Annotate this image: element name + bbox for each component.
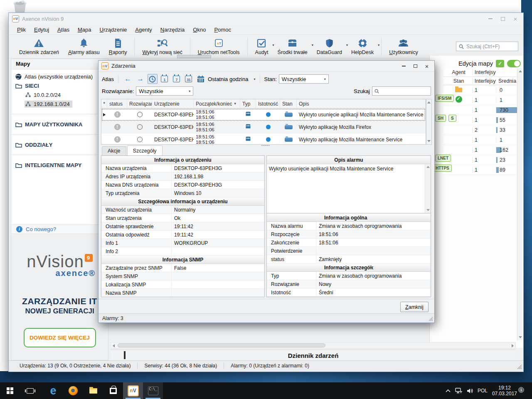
col-srednia[interactable]: Średnia: [496, 78, 518, 84]
menu-item[interactable]: Mapa: [74, 25, 96, 34]
events-table-scrollbar[interactable]: [426, 99, 432, 145]
global-search-input[interactable]: Szukaj (Ctrl+F): [456, 42, 518, 51]
toolbar-reports-button[interactable]: Raporty: [104, 37, 132, 57]
language-indicator[interactable]: POL: [478, 388, 488, 394]
menu-item[interactable]: Okno: [189, 25, 210, 34]
back-arrow-button[interactable]: ←: [123, 75, 133, 83]
col-resolution[interactable]: Rozwiązanie: [127, 99, 152, 108]
device-row[interactable]: 1 162: [443, 145, 518, 155]
sidebar-item-sieci[interactable]: SIECI: [11, 81, 108, 90]
taskbar-firefox[interactable]: [63, 382, 83, 399]
col-start-end[interactable]: Początek/koniec ▼: [194, 99, 240, 108]
dialog-maximize-button[interactable]: [409, 61, 421, 71]
alarm-desc-scrollbar[interactable]: [425, 164, 431, 213]
col-stan[interactable]: Stan: [443, 78, 472, 84]
sidebar-item-atlas[interactable]: Atlas (wszystkie urządzenia): [11, 72, 108, 81]
close-dialog-button[interactable]: Zamknij: [400, 302, 429, 312]
toolbar-users-button[interactable]: Użytkownicy: [384, 37, 422, 57]
speaker-icon[interactable]: [467, 388, 473, 394]
col-interfejsy[interactable]: Interfejsy: [472, 69, 496, 75]
dropdown-caret-icon[interactable]: ▾: [254, 77, 255, 81]
col-type[interactable]: Typ: [240, 99, 256, 108]
splitter-handle[interactable]: ••••••: [261, 144, 270, 147]
minimize-button[interactable]: [484, 13, 497, 25]
resolution-filter-select[interactable]: Wszystkie▾: [136, 86, 193, 96]
col-marker[interactable]: *: [101, 99, 107, 108]
learn-more-button[interactable]: DOWIEDZ SIĘ WIĘCEJ: [24, 328, 96, 347]
toolbar-audit-button[interactable]: ▾ Audyt: [251, 37, 273, 57]
device-row[interactable]: 1 730: [443, 105, 518, 115]
map-edit-switch[interactable]: [507, 60, 521, 67]
sidebar-item-net-10-0-2-0[interactable]: 10.0.2.0/24: [11, 91, 108, 99]
tab-szczegoly[interactable]: Szczegóły: [127, 145, 163, 155]
tab-akcje[interactable]: Akcje: [102, 146, 126, 155]
sidebar-item-smart-maps[interactable]: INTELIGENTNE MAPY: [11, 161, 108, 169]
menu-item[interactable]: Atlas: [53, 25, 74, 34]
map-edit-checkbox[interactable]: ✓: [496, 60, 504, 67]
event-row[interactable]: ! DESKTOP-63PEH3G 18:51:0618:51:06 Wykry…: [101, 108, 426, 121]
service-badge[interactable]: HTTPS: [433, 165, 452, 172]
service-badge[interactable]: IFS/SM: [435, 95, 454, 102]
tray-chevron-icon[interactable]: [446, 389, 451, 392]
toolbar-discover-network-button[interactable]: Wykryj nową sieć: [138, 37, 187, 57]
service-badge[interactable]: SH: [435, 115, 446, 122]
device-row[interactable]: 1 89: [443, 165, 518, 175]
recycle-bin-icon[interactable]: [11, 0, 29, 13]
alarm-description-box[interactable]: Wykryto usunięcie aplikacji Mozilla Main…: [267, 164, 431, 214]
calendar-week-button[interactable]: 7: [172, 74, 182, 84]
maximize-button[interactable]: [497, 13, 509, 25]
start-button[interactable]: [0, 382, 20, 399]
menu-item[interactable]: Edytuj: [30, 25, 53, 34]
menu-item[interactable]: Pomoc: [210, 25, 235, 34]
service-badge[interactable]: S: [448, 115, 456, 122]
resize-grip[interactable]: [429, 317, 433, 321]
sidebar-item-net-192-168-1-0[interactable]: 192.168.1.0/24: [11, 100, 108, 108]
device-row[interactable]: 1 1: [443, 95, 518, 105]
main-titlebar[interactable]: nV Axence nVision 9 ×: [9, 13, 523, 25]
sidebar-item-user-maps[interactable]: MAPY UŻYTKOWNIKA: [11, 120, 108, 128]
collapse-chevrons-icon[interactable]: [124, 352, 130, 360]
taskbar-store[interactable]: [103, 382, 123, 399]
toolbar-atlas-alarms-button[interactable]: Alarmy atlasu: [64, 37, 104, 57]
dialog-search-input[interactable]: [372, 86, 431, 96]
calendar-range-button[interactable]: [196, 74, 206, 84]
toolbar-nettools-button[interactable]: nT Uruchom netTools: [193, 37, 244, 57]
horizontal-scrollbar[interactable]: [111, 342, 516, 349]
menu-item[interactable]: Urządzenie: [96, 25, 131, 34]
toolbar-dataguard-button[interactable]: ▾ DataGuard: [312, 37, 347, 57]
device-row[interactable]: 2 33: [443, 125, 518, 135]
toolbar-helpdesk-button[interactable]: ▾ HelpDesk: [347, 37, 378, 57]
col-device[interactable]: Urządzenie: [152, 99, 194, 108]
service-badge[interactable]: LNET: [435, 155, 451, 162]
last-hour-clock-button[interactable]: [148, 74, 158, 84]
dialog-minimize-button[interactable]: [398, 61, 409, 71]
col-interfejsy2[interactable]: Interfejsy: [472, 78, 496, 84]
menu-item[interactable]: Plik: [13, 25, 30, 34]
atlas-button[interactable]: Atlas: [102, 76, 114, 82]
period-dropdown[interactable]: Ostatnia godzina: [208, 76, 249, 82]
dropdown-caret-icon[interactable]: ▾: [378, 43, 379, 47]
network-icon[interactable]: [455, 388, 462, 394]
calendar-day-button[interactable]: 1: [160, 74, 170, 84]
taskbar-explorer[interactable]: [83, 382, 103, 399]
task-view-button[interactable]: [20, 382, 40, 399]
device-row[interactable]: 1 0: [443, 85, 518, 95]
dialog-close-button[interactable]: ×: [421, 61, 433, 71]
col-description[interactable]: Opis: [297, 99, 426, 108]
taskbar-nvision[interactable]: nV: [123, 382, 143, 399]
calendar-month-button[interactable]: 31: [184, 74, 194, 84]
menu-item[interactable]: Agenty: [131, 25, 156, 34]
col-severity[interactable]: Istotność: [256, 99, 280, 108]
event-log-panel-header[interactable]: Dziennik zdarzeń: [111, 350, 516, 361]
vertical-scrollbar[interactable]: [517, 68, 522, 340]
resize-grip[interactable]: [517, 365, 522, 369]
state-filter-select[interactable]: Wszystkie▾: [279, 74, 329, 84]
whats-new-link[interactable]: i Co nowego?: [11, 224, 108, 234]
col-state[interactable]: Stan: [280, 99, 297, 108]
toolbar-assets-button[interactable]: ▾ Środki trwałe: [273, 37, 312, 57]
taskbar-cmd[interactable]: C:\_: [143, 382, 163, 399]
device-row[interactable]: 1 23: [443, 155, 518, 165]
clock[interactable]: 19:12 07.03.2017: [492, 385, 517, 397]
device-row[interactable]: 1 1: [443, 135, 518, 145]
col-status[interactable]: status: [107, 99, 127, 108]
